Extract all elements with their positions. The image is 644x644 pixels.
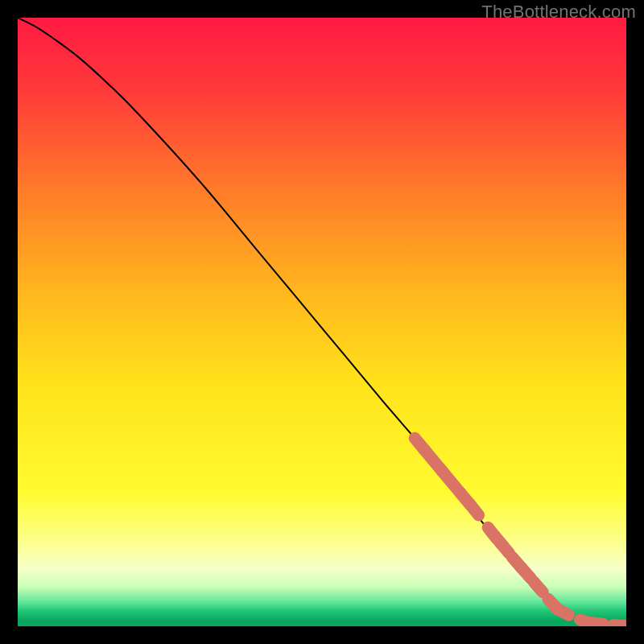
- chart-frame: { "watermark": "TheBottleneck.com", "col…: [0, 0, 644, 644]
- chart-svg: [18, 18, 626, 626]
- marker-point: [533, 581, 543, 592]
- chart-plot-area: [18, 18, 626, 626]
- marker-point: [469, 504, 478, 515]
- marker-point: [500, 543, 510, 554]
- marker-point: [588, 622, 603, 624]
- marker-point: [556, 609, 569, 615]
- gradient-background: [18, 18, 626, 626]
- marker-point: [521, 568, 530, 579]
